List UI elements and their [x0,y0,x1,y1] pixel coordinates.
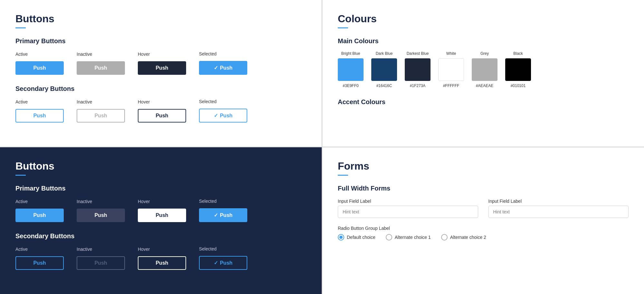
colour-name-black: Black [513,51,523,56]
radio-options: Default choice Alternate choice 1 Altern… [338,234,629,240]
dark-secondary-buttons-label: Secondary Buttons [15,232,306,240]
secondary-selected-button[interactable]: ✓Push [199,109,247,122]
dark-secondary-active-col: Active Push [15,247,64,270]
dark-primary-inactive-col: Inactive Push [77,199,125,222]
colour-bright-blue: Bright Blue #3E9FF0 [338,51,364,88]
colour-dark-blue: Dark Blue #16416C [371,51,397,88]
primary-hover-col: Hover Push [138,52,186,75]
forms-title: Forms [338,160,629,172]
forms-underline [338,175,348,176]
dark-primary-hover-col: Hover Push [138,199,186,222]
dark-hover-label: Hover [138,199,186,204]
primary-buttons-group: Active Push Inactive Push Hover Push Sel… [15,51,306,75]
colour-name-darkest-blue: Darkest Blue [407,51,429,56]
dark-secondary-inactive-col: Inactive Push [77,247,125,270]
dark-active-label: Active [15,199,64,204]
colour-hex-white: #FFFFFF [443,83,459,88]
sec-selected-label: Selected [199,99,247,104]
dark-secondary-buttons-group: Active Push Inactive Push Hover Push Sel… [15,246,306,270]
secondary-selected-col: Selected ✓Push [199,99,247,122]
dark-secondary-active-button[interactable]: Push [15,256,64,270]
dark-checkmark-icon-sec: ✓ [214,260,218,266]
primary-buttons-label: Primary Buttons [15,37,306,45]
colour-hex-dark-blue: #16416C [376,83,392,88]
colour-name-dark-blue: Dark Blue [376,51,393,56]
field2-input[interactable] [488,206,629,218]
accent-colours-label: Accent Colours [338,98,629,106]
colour-swatch-white [438,58,464,81]
sec-active-label: Active [15,99,64,104]
dark-sec-hover-label: Hover [138,247,186,252]
dark-primary-selected-button[interactable]: ✓Push [199,208,247,222]
dark-checkmark-icon: ✓ [214,212,218,218]
secondary-active-col: Active Push [15,99,64,122]
colour-swatch-black [505,58,531,81]
dark-sec-active-label: Active [15,247,64,252]
radio-label-default: Default choice [347,235,375,240]
primary-active-button[interactable]: Push [15,61,64,75]
buttons-light-title: Buttons [15,13,306,25]
secondary-buttons-group: Active Push Inactive Push Hover Push Sel… [15,99,306,122]
colour-name-grey: Grey [480,51,489,56]
sec-inactive-label: Inactive [77,99,125,104]
primary-hover-button[interactable]: Push [138,61,186,75]
colour-hex-darkest-blue: #1F273A [410,83,426,88]
radio-circle-alt2 [441,234,448,240]
radio-option-alt1[interactable]: Alternate choice 1 [386,234,431,240]
sec-hover-label: Hover [138,99,186,104]
dark-selected-label: Selected [199,199,247,204]
dark-sec-inactive-label: Inactive [77,247,125,252]
dark-title-underline [15,175,26,176]
radio-group-label: Radio Button Group Label [338,226,629,231]
buttons-dark-panel: Buttons Primary Buttons Active Push Inac… [0,147,322,294]
dark-secondary-inactive-button: Push [77,256,125,270]
colour-name-bright-blue: Bright Blue [341,51,360,56]
form-inputs-row: Input Field Label Input Field Label [338,199,629,218]
buttons-dark-title: Buttons [15,160,306,172]
field2-label: Input Field Label [488,199,629,204]
form-field-1: Input Field Label [338,199,478,218]
radio-circle-default [338,234,344,240]
dark-primary-active-col: Active Push [15,199,64,222]
radio-option-default[interactable]: Default choice [338,234,375,240]
secondary-inactive-button: Push [77,109,125,122]
dark-primary-inactive-button: Push [77,209,125,222]
radio-option-alt2[interactable]: Alternate choice 2 [441,234,486,240]
dark-primary-buttons-group: Active Push Inactive Push Hover Push Sel… [15,199,306,222]
dark-sec-selected-label: Selected [199,246,247,251]
dark-primary-buttons-label: Primary Buttons [15,185,306,192]
checkmark-icon: ✓ [214,65,218,71]
dark-inactive-label: Inactive [77,199,125,204]
colours-title: Colours [338,13,629,25]
colour-swatch-dark-blue [371,58,397,81]
inactive-label: Inactive [77,52,125,57]
dark-primary-hover-button[interactable]: Push [138,209,186,222]
colour-darkest-blue: Darkest Blue #1F273A [405,51,431,88]
colour-name-white: White [446,51,456,56]
title-underline [15,27,26,28]
colour-hex-black: #010101 [511,83,526,88]
field1-input[interactable] [338,206,478,218]
primary-inactive-button: Push [77,61,125,75]
radio-label-alt2: Alternate choice 2 [450,235,486,240]
primary-selected-button[interactable]: ✓Push [199,61,247,75]
secondary-active-button[interactable]: Push [15,109,64,122]
secondary-inactive-col: Inactive Push [77,99,125,122]
buttons-light-panel: Buttons Primary Buttons Active Push Inac… [0,0,322,147]
dark-secondary-selected-button[interactable]: ✓Push [199,256,247,270]
dark-primary-selected-col: Selected ✓Push [199,199,247,222]
secondary-hover-button[interactable]: Push [138,109,186,122]
colour-swatch-darkest-blue [405,58,431,81]
colour-grey: Grey #AEAEAE [472,51,497,88]
colour-swatch-bright-blue [338,58,364,81]
dark-primary-active-button[interactable]: Push [15,209,64,222]
field1-label: Input Field Label [338,199,478,204]
colour-black: Black #010101 [505,51,531,88]
dark-secondary-selected-col: Selected ✓Push [199,246,247,270]
secondary-hover-col: Hover Push [138,99,186,122]
colour-white: White #FFFFFF [438,51,464,88]
primary-inactive-col: Inactive Push [77,52,125,75]
forms-panel: Forms Full Width Forms Input Field Label… [322,147,644,294]
dark-secondary-hover-button[interactable]: Push [138,256,186,270]
primary-active-col: Active Push [15,52,64,75]
